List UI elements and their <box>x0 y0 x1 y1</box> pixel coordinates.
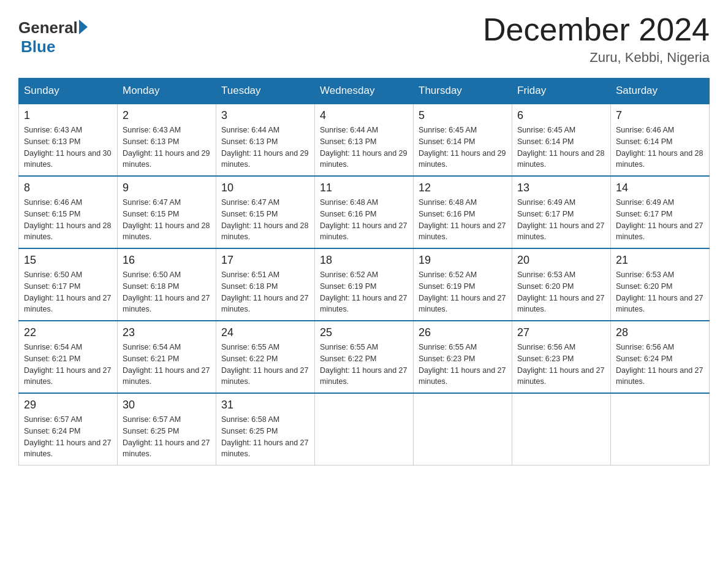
day-info: Sunrise: 6:43 AMSunset: 6:13 PMDaylight:… <box>24 126 111 169</box>
day-number: 11 <box>320 182 408 194</box>
day-number: 17 <box>221 254 309 267</box>
day-info: Sunrise: 6:58 AMSunset: 6:25 PMDaylight:… <box>221 415 308 458</box>
day-number: 6 <box>517 109 605 122</box>
day-number: 14 <box>616 182 704 194</box>
day-info: Sunrise: 6:57 AMSunset: 6:24 PMDaylight:… <box>24 415 111 458</box>
day-info: Sunrise: 6:44 AMSunset: 6:13 PMDaylight:… <box>320 126 407 169</box>
day-info: Sunrise: 6:54 AMSunset: 6:21 PMDaylight:… <box>24 343 111 386</box>
day-info: Sunrise: 6:55 AMSunset: 6:22 PMDaylight:… <box>320 343 407 386</box>
location-text: Zuru, Kebbi, Nigeria <box>483 50 710 66</box>
calendar-cell <box>315 393 414 465</box>
day-info: Sunrise: 6:49 AMSunset: 6:17 PMDaylight:… <box>616 198 703 241</box>
calendar-cell: 10 Sunrise: 6:47 AMSunset: 6:15 PMDaylig… <box>216 176 315 248</box>
calendar-week-row: 15 Sunrise: 6:50 AMSunset: 6:17 PMDaylig… <box>19 248 710 321</box>
calendar-cell: 23 Sunrise: 6:54 AMSunset: 6:21 PMDaylig… <box>118 321 216 393</box>
calendar-cell: 28 Sunrise: 6:56 AMSunset: 6:24 PMDaylig… <box>611 321 710 393</box>
month-title: December 2024 <box>483 12 710 47</box>
logo: General Blue <box>18 18 88 56</box>
calendar-cell: 19 Sunrise: 6:52 AMSunset: 6:19 PMDaylig… <box>414 248 512 321</box>
calendar-cell: 17 Sunrise: 6:51 AMSunset: 6:18 PMDaylig… <box>216 248 315 321</box>
title-block: December 2024 Zuru, Kebbi, Nigeria <box>483 12 710 66</box>
day-info: Sunrise: 6:50 AMSunset: 6:18 PMDaylight:… <box>123 270 210 313</box>
calendar-cell: 22 Sunrise: 6:54 AMSunset: 6:21 PMDaylig… <box>19 321 118 393</box>
calendar-cell: 29 Sunrise: 6:57 AMSunset: 6:24 PMDaylig… <box>19 393 118 465</box>
calendar-cell: 24 Sunrise: 6:55 AMSunset: 6:22 PMDaylig… <box>216 321 315 393</box>
calendar-cell: 5 Sunrise: 6:45 AMSunset: 6:14 PMDayligh… <box>414 104 512 176</box>
day-info: Sunrise: 6:47 AMSunset: 6:15 PMDaylight:… <box>221 198 308 241</box>
day-info: Sunrise: 6:53 AMSunset: 6:20 PMDaylight:… <box>517 270 604 313</box>
calendar-cell: 8 Sunrise: 6:46 AMSunset: 6:15 PMDayligh… <box>19 176 118 248</box>
weekday-header-saturday: Saturday <box>611 79 710 104</box>
day-number: 27 <box>517 326 605 339</box>
day-info: Sunrise: 6:46 AMSunset: 6:14 PMDaylight:… <box>616 126 703 169</box>
day-number: 7 <box>616 109 704 122</box>
day-number: 30 <box>123 399 211 412</box>
calendar-cell <box>512 393 611 465</box>
day-info: Sunrise: 6:52 AMSunset: 6:19 PMDaylight:… <box>320 270 407 313</box>
calendar-cell: 9 Sunrise: 6:47 AMSunset: 6:15 PMDayligh… <box>118 176 216 248</box>
day-number: 3 <box>221 109 309 122</box>
weekday-header-tuesday: Tuesday <box>216 79 315 104</box>
calendar-cell: 26 Sunrise: 6:55 AMSunset: 6:23 PMDaylig… <box>414 321 512 393</box>
calendar-cell: 11 Sunrise: 6:48 AMSunset: 6:16 PMDaylig… <box>315 176 414 248</box>
day-number: 21 <box>616 254 704 267</box>
calendar-cell: 3 Sunrise: 6:44 AMSunset: 6:13 PMDayligh… <box>216 104 315 176</box>
day-number: 19 <box>419 254 507 267</box>
weekday-header-friday: Friday <box>512 79 611 104</box>
weekday-header-monday: Monday <box>118 79 216 104</box>
calendar-cell: 25 Sunrise: 6:55 AMSunset: 6:22 PMDaylig… <box>315 321 414 393</box>
calendar-cell: 30 Sunrise: 6:57 AMSunset: 6:25 PMDaylig… <box>118 393 216 465</box>
day-info: Sunrise: 6:45 AMSunset: 6:14 PMDaylight:… <box>419 126 506 169</box>
weekday-header-wednesday: Wednesday <box>315 79 414 104</box>
calendar-cell: 14 Sunrise: 6:49 AMSunset: 6:17 PMDaylig… <box>611 176 710 248</box>
weekday-header-sunday: Sunday <box>19 79 118 104</box>
day-info: Sunrise: 6:47 AMSunset: 6:15 PMDaylight:… <box>123 198 210 241</box>
day-info: Sunrise: 6:52 AMSunset: 6:19 PMDaylight:… <box>419 270 506 313</box>
day-info: Sunrise: 6:49 AMSunset: 6:17 PMDaylight:… <box>517 198 604 241</box>
calendar-cell: 7 Sunrise: 6:46 AMSunset: 6:14 PMDayligh… <box>611 104 710 176</box>
day-number: 28 <box>616 326 704 339</box>
logo-arrow-icon <box>79 20 88 34</box>
day-info: Sunrise: 6:53 AMSunset: 6:20 PMDaylight:… <box>616 270 703 313</box>
day-info: Sunrise: 6:48 AMSunset: 6:16 PMDaylight:… <box>419 198 506 241</box>
day-info: Sunrise: 6:54 AMSunset: 6:21 PMDaylight:… <box>123 343 210 386</box>
day-number: 5 <box>419 109 507 122</box>
calendar-cell: 4 Sunrise: 6:44 AMSunset: 6:13 PMDayligh… <box>315 104 414 176</box>
day-number: 10 <box>221 182 309 194</box>
calendar-cell: 13 Sunrise: 6:49 AMSunset: 6:17 PMDaylig… <box>512 176 611 248</box>
day-number: 1 <box>24 109 112 122</box>
calendar-week-row: 29 Sunrise: 6:57 AMSunset: 6:24 PMDaylig… <box>19 393 710 465</box>
calendar-cell: 21 Sunrise: 6:53 AMSunset: 6:20 PMDaylig… <box>611 248 710 321</box>
day-number: 20 <box>517 254 605 267</box>
logo-blue-text: Blue <box>21 37 55 56</box>
calendar-cell: 2 Sunrise: 6:43 AMSunset: 6:13 PMDayligh… <box>118 104 216 176</box>
day-info: Sunrise: 6:57 AMSunset: 6:25 PMDaylight:… <box>123 415 210 458</box>
day-number: 26 <box>419 326 507 339</box>
calendar-cell: 1 Sunrise: 6:43 AMSunset: 6:13 PMDayligh… <box>19 104 118 176</box>
weekday-header-row: SundayMondayTuesdayWednesdayThursdayFrid… <box>19 79 710 104</box>
day-number: 2 <box>123 109 211 122</box>
day-info: Sunrise: 6:55 AMSunset: 6:22 PMDaylight:… <box>221 343 308 386</box>
weekday-header-thursday: Thursday <box>414 79 512 104</box>
calendar-cell: 16 Sunrise: 6:50 AMSunset: 6:18 PMDaylig… <box>118 248 216 321</box>
day-info: Sunrise: 6:48 AMSunset: 6:16 PMDaylight:… <box>320 198 407 241</box>
day-info: Sunrise: 6:56 AMSunset: 6:24 PMDaylight:… <box>616 343 703 386</box>
logo-general-text: General <box>18 18 78 37</box>
day-info: Sunrise: 6:46 AMSunset: 6:15 PMDaylight:… <box>24 198 111 241</box>
day-info: Sunrise: 6:44 AMSunset: 6:13 PMDaylight:… <box>221 126 308 169</box>
calendar-table: SundayMondayTuesdayWednesdayThursdayFrid… <box>18 78 710 465</box>
calendar-cell: 6 Sunrise: 6:45 AMSunset: 6:14 PMDayligh… <box>512 104 611 176</box>
day-number: 22 <box>24 326 112 339</box>
day-info: Sunrise: 6:55 AMSunset: 6:23 PMDaylight:… <box>419 343 506 386</box>
day-info: Sunrise: 6:45 AMSunset: 6:14 PMDaylight:… <box>517 126 604 169</box>
day-info: Sunrise: 6:43 AMSunset: 6:13 PMDaylight:… <box>123 126 210 169</box>
day-number: 13 <box>517 182 605 194</box>
day-info: Sunrise: 6:56 AMSunset: 6:23 PMDaylight:… <box>517 343 604 386</box>
day-number: 18 <box>320 254 408 267</box>
day-number: 9 <box>123 182 211 194</box>
calendar-cell <box>414 393 512 465</box>
calendar-week-row: 22 Sunrise: 6:54 AMSunset: 6:21 PMDaylig… <box>19 321 710 393</box>
calendar-cell: 18 Sunrise: 6:52 AMSunset: 6:19 PMDaylig… <box>315 248 414 321</box>
page-header: General Blue December 2024 Zuru, Kebbi, … <box>18 12 710 66</box>
day-number: 16 <box>123 254 211 267</box>
